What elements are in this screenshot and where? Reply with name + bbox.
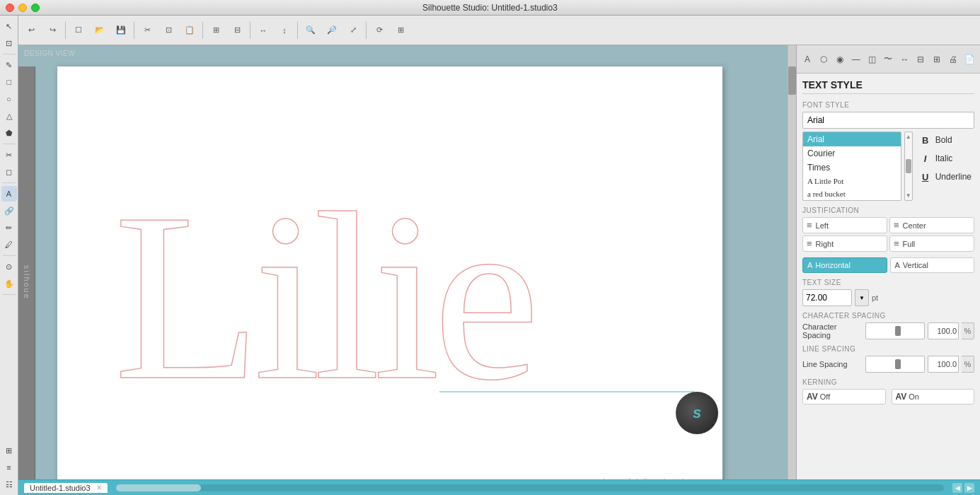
font-list[interactable]: Arial Courier Times A Little Pot a red b… <box>802 132 901 201</box>
tool-divider-5 <box>3 294 16 295</box>
panel-icon-line[interactable]: — <box>848 50 864 69</box>
tool-zoom[interactable]: ⊙ <box>1 259 17 274</box>
justify-left-label: Left <box>816 221 829 230</box>
scroll-left-icon[interactable]: ◀ <box>952 483 962 493</box>
toolbar-fit[interactable]: ⤢ <box>343 21 363 40</box>
tool-library[interactable]: ≡ <box>1 460 17 475</box>
maximize-button[interactable] <box>31 4 40 12</box>
bottom-controls: ◀ ▶ <box>952 483 974 493</box>
panel-icon-transform[interactable]: ↔ <box>897 50 912 69</box>
tool-pen2[interactable]: 🖊 <box>1 237 17 252</box>
font-item-redbucket[interactable]: a red bucket <box>803 187 901 200</box>
kerning-off-button[interactable]: AV Off <box>802 389 886 404</box>
toolbar-redo[interactable]: ↪ <box>42 21 62 40</box>
tool-layers[interactable]: ⊞ <box>1 443 17 458</box>
scroll-thumb[interactable] <box>788 66 796 95</box>
text-size-section-label: Text Size <box>802 279 974 286</box>
font-item-times[interactable]: Times <box>803 161 901 175</box>
panel-icon-page[interactable]: 📄 <box>962 50 977 69</box>
minimize-button[interactable] <box>18 4 27 12</box>
toolbar-copy[interactable]: ⊡ <box>158 21 178 40</box>
italic-button[interactable]: I Italic <box>916 150 974 167</box>
tool-pen[interactable]: ✏ <box>1 220 17 235</box>
justify-left-button[interactable]: ≡ Left <box>802 217 887 233</box>
justify-center-label: Center <box>903 221 926 230</box>
toolbar-flip-h[interactable]: ↔ <box>253 21 273 40</box>
line-spacing-slider[interactable] <box>865 356 925 373</box>
tool-text[interactable]: A <box>1 186 17 202</box>
font-style-input[interactable] <box>802 112 974 129</box>
toolbar-zoom-out[interactable]: 🔎 <box>322 21 342 40</box>
tool-eraser[interactable]: ◻ <box>1 164 17 180</box>
char-spacing-slider[interactable] <box>865 322 925 339</box>
toolbar-sep-2 <box>134 22 134 39</box>
tab-close-icon[interactable]: ✕ <box>96 484 102 491</box>
panel-icon-warp[interactable]: 〜 <box>881 50 897 69</box>
toolbar-sep-4 <box>250 22 250 39</box>
panel-icon-align[interactable]: ⊟ <box>913 50 928 69</box>
orient-horizontal-button[interactable]: A Horizontal <box>802 257 887 273</box>
canvas-paper[interactable]: Lilie s housefulofhandmade.com <box>57 66 722 479</box>
underline-button[interactable]: U Underline <box>916 168 974 185</box>
tool-rect[interactable]: □ <box>1 74 17 90</box>
toolbar-flip-v[interactable]: ↕ <box>275 21 294 40</box>
justify-center-button[interactable]: ≡ Center <box>889 217 974 233</box>
panel-icon-print[interactable]: 🖨 <box>945 50 961 69</box>
tool-draw[interactable]: ✎ <box>1 57 17 73</box>
tool-select2[interactable]: ⊡ <box>1 35 17 51</box>
tab-title: Untitled-1.studio3 <box>30 484 91 492</box>
scroll-right-icon[interactable]: ▶ <box>964 483 974 493</box>
text-size-dropdown[interactable]: ▼ <box>855 289 869 306</box>
tool-trace[interactable]: 🔗 <box>1 203 17 219</box>
bold-icon: B <box>918 133 933 147</box>
toolbar-cut[interactable]: ✂ <box>137 21 157 40</box>
kerning-on-label: On <box>909 392 919 401</box>
tool-ellipse[interactable]: ○ <box>1 91 17 107</box>
justify-right-button[interactable]: ≡ Right <box>802 235 887 252</box>
horizontal-icon: A <box>807 261 812 269</box>
tool-poly[interactable]: △ <box>1 108 17 124</box>
tool-pan[interactable]: ✋ <box>1 276 17 291</box>
toolbar-rotate[interactable]: ⟳ <box>369 21 389 40</box>
panel-icon-pattern[interactable]: ⬡ <box>816 50 831 69</box>
justify-right-icon: ≡ <box>807 238 812 249</box>
text-size-input[interactable] <box>802 289 852 306</box>
font-item-arial[interactable]: Arial <box>803 132 901 146</box>
toolbar-group[interactable]: ⊞ <box>206 21 226 40</box>
tool-select[interactable]: ↖ <box>1 18 17 34</box>
kerning-on-button[interactable]: AV On <box>892 389 975 404</box>
toolbar-zoom-in[interactable]: 🔍 <box>301 21 321 40</box>
panel-title: TEXT STYLE <box>802 79 974 94</box>
toolbar-ungroup[interactable]: ⊟ <box>227 21 247 40</box>
vertical-scrollbar[interactable] <box>788 45 796 479</box>
tool-more[interactable]: ☷ <box>1 477 17 492</box>
toolbar-new[interactable]: ☐ <box>69 21 88 40</box>
font-item-courier[interactable]: Courier <box>803 146 901 161</box>
justify-full-button[interactable]: ≡ Full <box>889 235 974 252</box>
toolbar-undo[interactable]: ↩ <box>21 21 41 40</box>
horizontal-scroll-thumb[interactable] <box>116 484 201 491</box>
toolbar-grid[interactable]: ⊞ <box>391 21 410 40</box>
line-spacing-thumb[interactable] <box>895 359 901 369</box>
italic-icon: I <box>918 151 933 165</box>
tool-divider-1 <box>3 54 16 54</box>
kerning-section-label: Kerning <box>802 378 974 386</box>
toolbar-open[interactable]: 📂 <box>90 21 110 40</box>
panel-icon-replicate[interactable]: ⊞ <box>929 50 945 69</box>
char-spacing-thumb[interactable] <box>895 326 901 336</box>
panel-icon-text[interactable]: A <box>800 50 815 69</box>
close-button[interactable] <box>6 4 14 12</box>
orient-vertical-button[interactable]: A Vertical <box>890 257 975 273</box>
font-item-littlepot[interactable]: A Little Pot <box>803 175 901 187</box>
bold-button[interactable]: B Bold <box>916 132 974 148</box>
right-panel: A ⬡ ◉ — ◫ 〜 ↔ ⊟ ⊞ 🖨 📄 TEXT STYLE Font <box>796 45 980 479</box>
tool-cut[interactable]: ✂ <box>1 147 17 163</box>
horizontal-scrollbar[interactable] <box>116 484 944 491</box>
font-scroll[interactable]: ▲ ▼ <box>904 132 913 201</box>
tab-label[interactable]: Untitled-1.studio3 ✕ <box>24 483 108 493</box>
panel-icon-fill[interactable]: ◉ <box>832 50 848 69</box>
tool-shape[interactable]: ⬟ <box>1 125 17 141</box>
toolbar-save[interactable]: 💾 <box>111 21 131 40</box>
panel-icon-shadow[interactable]: ◫ <box>865 50 880 69</box>
toolbar-paste[interactable]: 📋 <box>180 21 200 40</box>
